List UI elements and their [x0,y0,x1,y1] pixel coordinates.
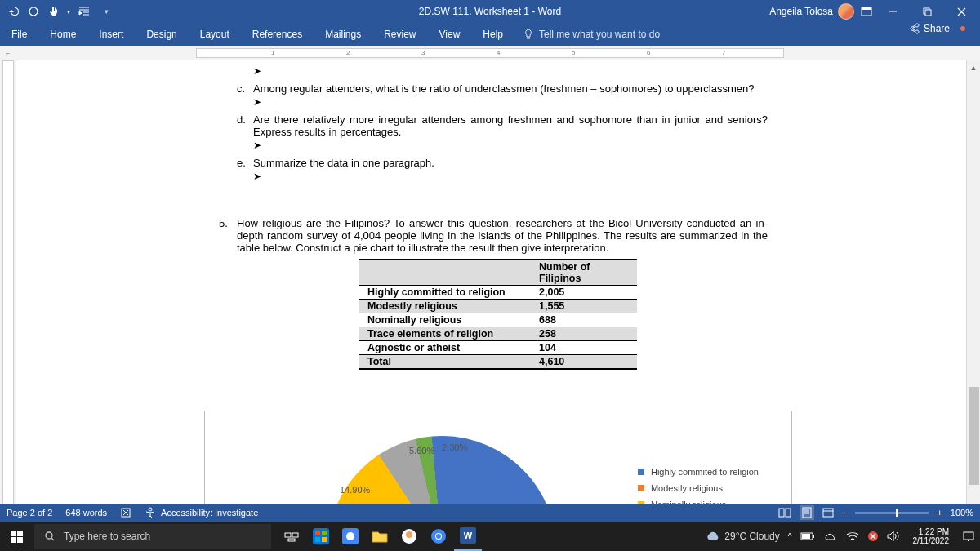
svg-rect-18 [315,537,320,542]
svg-rect-31 [802,534,810,539]
accessibility-status[interactable]: Accessibility: Investigate [145,507,258,518]
svg-rect-33 [964,532,973,540]
lightbulb-icon [523,29,534,40]
share-icon [908,23,920,34]
scroll-up-button[interactable]: ▲ [967,60,980,74]
religion-table: Number of Filipinos Highly committed to … [359,259,637,370]
item-d: Are there relatively more irregular atte… [253,113,768,138]
page: ➤ c.Among regular attenders, what is the… [196,60,800,518]
svg-point-21 [346,532,354,540]
document-area[interactable]: ➤ c.Among regular attenders, what is the… [16,60,980,518]
maximize-button[interactable] [913,0,941,23]
status-bar: Page 2 of 2 648 words Accessibility: Inv… [0,504,980,522]
svg-point-11 [46,532,52,539]
tray-expand-icon[interactable]: ^ [788,532,792,541]
tab-layout[interactable]: Layout [189,23,241,46]
tab-file[interactable]: File [0,23,38,46]
zoom-slider[interactable] [855,512,929,514]
vertical-scrollbar[interactable]: ▲ ▼ [966,60,980,518]
svg-rect-16 [315,531,320,535]
avatar [838,3,854,20]
volume-icon[interactable] [887,531,900,542]
clock[interactable]: 1:22 PM 2/11/2022 [908,527,955,545]
horizontal-ruler[interactable]: ⌐ 1 2 3 4 5 6 7 [0,46,980,60]
chrome-icon[interactable] [425,522,452,551]
taskbar-search[interactable]: Type here to search [34,524,271,549]
qat-customize-icon[interactable]: ▾ [105,7,109,16]
pie-label-4: 2.30% [442,442,467,452]
taskbar-app-1[interactable] [307,522,335,551]
word-count[interactable]: 648 words [65,508,107,518]
scroll-thumb[interactable] [969,387,979,485]
svg-point-6 [149,508,152,511]
security-icon[interactable] [867,531,879,542]
svg-text:W: W [464,531,473,540]
weather-widget[interactable]: 29°C Cloudy [705,530,780,543]
tell-me-search[interactable]: Tell me what you want to do [514,23,668,46]
read-mode-icon[interactable] [778,507,791,518]
svg-rect-8 [786,509,791,517]
proofing-icon[interactable] [120,507,131,518]
item-e: Summarize the data in one paragraph. [253,157,768,169]
tab-design[interactable]: Design [135,23,188,46]
svg-rect-2 [862,7,871,10]
svg-rect-14 [288,539,295,541]
vertical-ruler[interactable] [0,60,16,518]
svg-rect-10 [823,509,833,517]
page-indicator[interactable]: Page 2 of 2 [7,508,52,518]
search-icon [44,531,56,542]
close-button[interactable] [947,0,975,23]
svg-rect-7 [779,509,784,517]
battery-icon[interactable] [800,531,815,541]
document-title: 2D.SW 111. Worksheet 1 - Word [419,6,561,17]
web-layout-icon[interactable] [822,507,834,518]
tab-view[interactable]: View [428,23,472,46]
user-name: Angeila Tolosa [769,6,833,17]
zoom-in-button[interactable]: + [937,508,942,518]
windows-taskbar: Type here to search W 29°C Cloudy ^ 1:22… [0,522,980,551]
minimize-button[interactable] [879,0,906,23]
start-button[interactable] [0,522,33,551]
taskbar-app-2[interactable] [336,522,364,551]
print-layout-icon[interactable] [800,505,814,520]
svg-rect-19 [322,537,327,542]
word-app-icon[interactable]: W [454,522,482,551]
notification-dot [960,26,965,31]
accessibility-icon [145,507,156,518]
file-explorer-icon[interactable] [366,522,394,551]
tab-references[interactable]: References [241,23,314,46]
onedrive-icon[interactable] [823,531,838,541]
zoom-level[interactable]: 100% [951,508,973,518]
pie-chart[interactable]: 43.50% 14.90% 5.60% 2.30% Highly commite… [204,411,792,518]
taskbar-app-3[interactable] [395,522,423,551]
title-bar: ▾ ▾ 2D.SW 111. Worksheet 1 - Word Angeil… [0,0,980,23]
pie-label-2: 14.90% [340,485,370,495]
tab-review[interactable]: Review [372,23,427,46]
svg-rect-4 [925,10,931,16]
notifications-icon[interactable] [962,531,975,542]
tab-mailings[interactable]: Mailings [314,23,372,46]
svg-rect-13 [292,533,298,537]
question-5: How religious are the Filipinos? To answ… [237,217,768,254]
undo-icon[interactable] [8,6,20,17]
user-account[interactable]: Angeila Tolosa [769,3,854,20]
svg-rect-12 [285,533,291,537]
task-view-icon[interactable] [278,522,305,551]
cloud-icon [705,530,719,543]
zoom-out-button[interactable]: − [842,508,847,518]
tab-help[interactable]: Help [471,23,514,46]
indent-icon[interactable] [78,6,90,17]
share-button[interactable]: Share [908,23,965,34]
touch-mode-icon[interactable] [47,6,59,17]
tab-insert[interactable]: Insert [87,23,135,46]
svg-rect-9 [803,508,811,518]
item-c: Among regular attenders, what is the rat… [253,82,768,95]
ribbon-options-icon[interactable] [861,6,872,17]
svg-rect-30 [813,535,814,538]
dropdown-icon[interactable]: ▾ [67,8,70,16]
tab-home[interactable]: Home [38,23,87,46]
svg-point-26 [436,534,441,539]
redo-icon[interactable] [28,6,39,17]
pie-label-3: 5.60% [409,446,434,455]
wifi-icon[interactable] [846,531,859,541]
